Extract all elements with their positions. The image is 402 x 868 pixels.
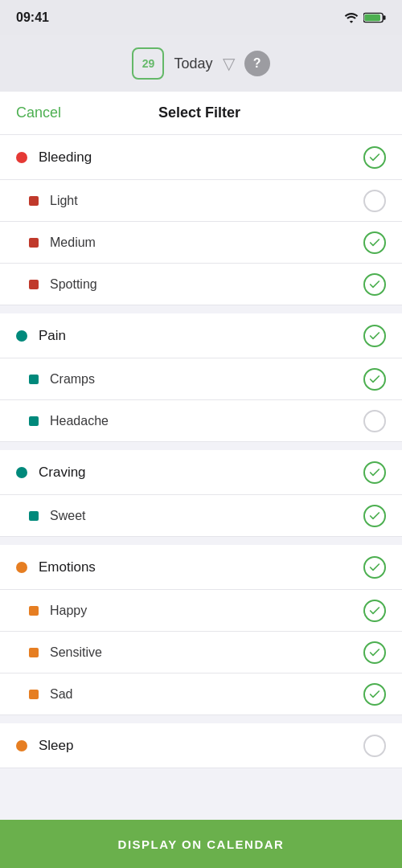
label-craving: Craving — [39, 465, 363, 481]
check-sleep[interactable] — [363, 735, 386, 757]
filter-child-cramps[interactable]: Cramps — [0, 358, 402, 400]
square-dot-cramps — [29, 375, 39, 384]
square-dot-sensitive — [29, 648, 39, 657]
check-spotting[interactable] — [363, 273, 386, 296]
label-sleep: Sleep — [39, 738, 363, 754]
section-gap — [0, 305, 402, 313]
label-headache: Headache — [50, 414, 363, 428]
square-dot-medium — [29, 238, 39, 248]
cancel-button[interactable]: Cancel — [16, 104, 61, 121]
display-on-calendar-button[interactable]: DISPLAY ON CALENDAR — [0, 820, 402, 868]
filter-child-sweet[interactable]: Sweet — [0, 495, 402, 537]
check-happy[interactable] — [363, 600, 386, 622]
wifi-icon — [344, 12, 359, 23]
square-dot-light — [29, 196, 39, 206]
filter-child-headache[interactable]: Headache — [0, 400, 402, 442]
check-headache[interactable] — [363, 410, 386, 432]
check-craving[interactable] — [363, 461, 386, 484]
section-gap — [0, 715, 402, 723]
status-icons — [344, 12, 386, 23]
today-label: Today — [174, 55, 212, 72]
label-happy: Happy — [50, 604, 363, 618]
section-gap — [0, 442, 402, 450]
check-sensitive[interactable] — [363, 641, 386, 664]
battery-icon — [363, 12, 386, 23]
check-sad[interactable] — [363, 683, 386, 706]
label-sad: Sad — [50, 687, 363, 702]
dot-craving — [16, 467, 27, 478]
square-dot-sad — [29, 690, 39, 699]
filter-parent-craving[interactable]: Craving — [0, 450, 402, 495]
label-emotions: Emotions — [39, 559, 363, 575]
calendar-icon: 29 — [132, 47, 164, 80]
filter-parent-pain[interactable]: Pain — [0, 313, 402, 358]
label-pain: Pain — [39, 328, 363, 344]
top-bar: 29 Today ▽ ? — [0, 35, 402, 92]
filter-child-happy[interactable]: Happy — [0, 590, 402, 632]
status-bar: 09:41 — [0, 0, 402, 35]
check-light[interactable] — [363, 190, 386, 212]
square-dot-happy — [29, 606, 39, 616]
check-medium[interactable] — [363, 231, 386, 254]
check-cramps[interactable] — [363, 368, 386, 391]
label-cramps: Cramps — [50, 372, 363, 387]
label-medium: Medium — [50, 235, 363, 250]
filter-child-light[interactable]: Light — [0, 180, 402, 222]
filter-child-medium[interactable]: Medium — [0, 222, 402, 264]
label-light: Light — [50, 194, 363, 208]
help-icon[interactable]: ? — [244, 51, 270, 76]
filter-parent-sleep[interactable]: Sleep — [0, 723, 402, 768]
check-pain[interactable] — [363, 325, 386, 347]
filter-child-sad[interactable]: Sad — [0, 674, 402, 715]
dot-bleeding — [16, 152, 27, 163]
label-bleeding: Bleeding — [39, 149, 363, 166]
status-time: 09:41 — [16, 10, 49, 25]
check-emotions[interactable] — [363, 556, 386, 579]
filter-icon: ▽ — [223, 54, 235, 73]
svg-rect-1 — [384, 15, 386, 20]
nav-title: Select Filter — [158, 104, 240, 121]
label-sensitive: Sensitive — [50, 645, 363, 660]
nav-bar: Cancel Select Filter — [0, 92, 402, 135]
filter-list: BleedingLightMediumSpottingPainCrampsHea… — [0, 135, 402, 833]
square-dot-spotting — [29, 280, 39, 289]
label-sweet: Sweet — [50, 509, 363, 523]
check-sweet[interactable] — [363, 505, 386, 527]
filter-child-spotting[interactable]: Spotting — [0, 264, 402, 305]
svg-rect-2 — [364, 14, 380, 21]
square-dot-headache — [29, 416, 39, 426]
dot-pain — [16, 330, 27, 342]
check-bleeding[interactable] — [363, 146, 386, 169]
filter-child-sensitive[interactable]: Sensitive — [0, 632, 402, 674]
dot-emotions — [16, 562, 27, 573]
section-gap — [0, 537, 402, 545]
filter-parent-bleeding[interactable]: Bleeding — [0, 135, 402, 180]
dot-sleep — [16, 740, 27, 751]
filter-parent-emotions[interactable]: Emotions — [0, 545, 402, 590]
bottom-btn-label: DISPLAY ON CALENDAR — [118, 837, 285, 851]
square-dot-sweet — [29, 511, 39, 521]
label-spotting: Spotting — [50, 277, 363, 292]
